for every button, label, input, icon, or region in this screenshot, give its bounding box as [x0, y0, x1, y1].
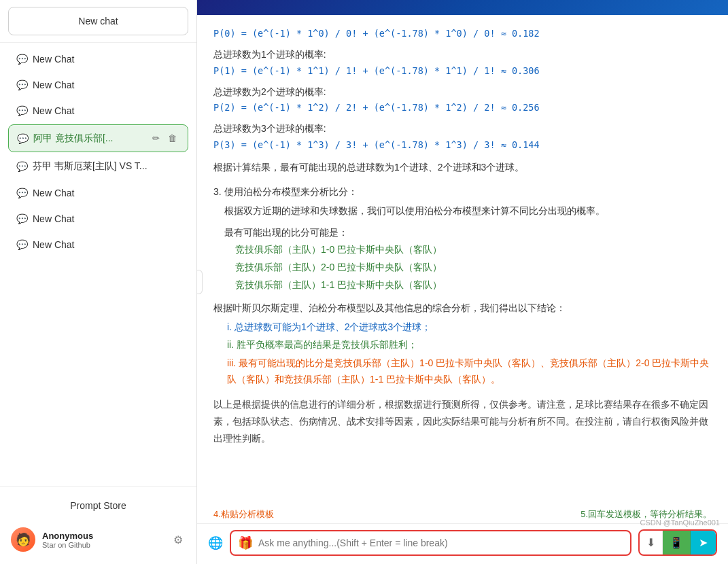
- item-actions-3: ✏🗑: [150, 132, 179, 145]
- bottom-area: 4.粘贴分析模板 5.回车发送模板，等待分析结果。 🌐 🎁 ⬇ 📱 ➤: [197, 506, 728, 564]
- sidebar-item-label-7: New Chat: [33, 239, 180, 250]
- prompt-store-button[interactable]: Prompt Store: [8, 493, 188, 518]
- score-2: 竞技俱乐部（主队）2-0 巴拉卡斯中央队（客队）: [235, 260, 712, 276]
- conclusion-intro: 根据叶斯贝尔斯定理、泊松分布模型以及其他信息的综合分析，我们得出以下结论：: [213, 300, 712, 317]
- chat-icon-3: 💬: [17, 133, 28, 144]
- section-1-label: 总进球数为1个进球的概率:: [213, 47, 712, 63]
- input-area: 🌐 🎁 ⬇ 📱 ➤: [197, 523, 728, 564]
- gift-icon[interactable]: 🎁: [238, 535, 253, 550]
- user-profile: 🧑 Anonymous Star on Github ⚙: [8, 522, 188, 557]
- right-buttons-group: ⬇ 📱 ➤: [638, 529, 717, 556]
- section-2-label: 总进球数为2个进球的概率:: [213, 84, 712, 101]
- score-1: 竞技俱乐部（主队）1-0 巴拉卡斯中央队（客队）: [235, 242, 712, 258]
- avatar: 🧑: [11, 527, 35, 552]
- sidebar-item-0[interactable]: 💬New Chat: [8, 47, 188, 71]
- step-label-4: 4.粘贴分析模板: [213, 508, 274, 521]
- sidebar-item-label-2: New Chat: [33, 105, 180, 116]
- chat-icon-1: 💬: [16, 80, 27, 90]
- summary-text: 根据计算结果，最有可能出现的总进球数为1个进球、2个进球和3个进球。: [213, 160, 712, 176]
- sidebar-item-label-5: New Chat: [33, 188, 180, 198]
- math-line-3: P(3) = (e^(-1) * 1^3) / 3! + (e^(-1.78) …: [213, 137, 712, 153]
- sidebar-item-7[interactable]: 💬New Chat: [8, 232, 188, 257]
- sidebar-item-3[interactable]: 💬阿甲 竟技俱乐部[...✏🗑: [8, 124, 188, 152]
- conclusion-iii: iii. 最有可能出现的比分是竞技俱乐部（主队）1-0 巴拉卡斯中央队（客队）、…: [227, 355, 712, 388]
- chat-icon-2: 💬: [16, 105, 27, 116]
- sidebar-item-4[interactable]: 💬芬甲 韦斯厄莱[主队] VS T...: [8, 154, 188, 179]
- sidebar-collapse-handle[interactable]: ‹: [197, 270, 203, 294]
- item-delete-button-3[interactable]: 🗑: [165, 132, 179, 145]
- section-3-heading: 3. 使用泊松分布模型来分析比分：: [213, 184, 712, 200]
- sidebar-bottom: Prompt Store 🧑 Anonymous Star on Github …: [0, 486, 196, 564]
- sidebar-list: 💬New Chat💬New Chat💬New Chat💬阿甲 竟技俱乐部[...…: [0, 43, 196, 486]
- chat-icon-7: 💬: [16, 239, 27, 250]
- sidebar-item-label-1: New Chat: [33, 80, 180, 90]
- math-line-2: P(2) = (e^(-1) * 1^2) / 2! + (e^(-1.78) …: [213, 100, 712, 116]
- sidebar-item-1[interactable]: 💬New Chat: [8, 73, 188, 97]
- user-sub: Star on Github: [42, 541, 164, 549]
- user-settings-button[interactable]: ⚙: [171, 531, 186, 549]
- conclusion-ii: ii. 胜平负概率最高的结果是竞技俱乐部胜利；: [227, 337, 712, 353]
- chat-messages-area: P(0) = (e^(-1) * 1^0) / 0! + (e^(-1.78) …: [197, 15, 728, 506]
- csdn-watermark: CSDN @TanQiuZhe001: [640, 518, 720, 527]
- header-banner: [197, 0, 728, 15]
- section-3-label: 总进球数为3个进球的概率:: [213, 121, 712, 137]
- new-chat-top-button[interactable]: New chat: [8, 7, 188, 35]
- user-name: Anonymous: [42, 531, 164, 541]
- whatsapp-button[interactable]: 📱: [663, 531, 691, 554]
- sidebar-item-label-4: 芬甲 韦斯厄莱[主队] VS T...: [33, 160, 180, 173]
- score-list: 竞技俱乐部（主队）1-0 巴拉卡斯中央队（客队） 竞技俱乐部（主队）2-0 巴拉…: [235, 242, 712, 293]
- sidebar-item-5[interactable]: 💬New Chat: [8, 181, 188, 205]
- chat-icon-5: 💬: [16, 188, 27, 198]
- user-info: Anonymous Star on Github: [42, 531, 164, 549]
- item-edit-button-3[interactable]: ✏: [150, 132, 162, 145]
- conclusion-list: i. 总进球数可能为1个进球、2个进球或3个进球； ii. 胜平负概率最高的结果…: [227, 319, 712, 388]
- chat-icon-0: 💬: [16, 54, 27, 65]
- likely-score-label: 最有可能出现的比分可能是：: [224, 225, 712, 241]
- sidebar-item-label-6: New Chat: [33, 213, 180, 224]
- chat-icon-6: 💬: [16, 213, 27, 224]
- math-line-0: P(0) = (e^(-1) * 1^0) / 0! + (e^(-1.78) …: [213, 26, 712, 41]
- chat-input[interactable]: [258, 537, 623, 548]
- sidebar: New chat 💬New Chat💬New Chat💬New Chat💬阿甲 …: [0, 0, 197, 564]
- score-3: 竞技俱乐部（主队）1-1 巴拉卡斯中央队（客队）: [235, 277, 712, 294]
- download-button[interactable]: ⬇: [640, 531, 663, 554]
- sidebar-top: New chat: [0, 0, 196, 43]
- sidebar-item-label-3: 阿甲 竟技俱乐部[...: [33, 133, 144, 145]
- globe-button[interactable]: 🌐: [208, 535, 223, 550]
- math-line-1: P(1) = (e^(-1) * 1^1) / 1! + (e^(-1.78) …: [213, 63, 712, 79]
- section-3-desc: 根据双方近期的进球和失球数据，我们可以使用泊松分布模型来计算不同比分出现的概率。: [224, 203, 712, 219]
- input-box-wrapper: 🎁: [230, 530, 631, 556]
- conclusion-i: i. 总进球数可能为1个进球、2个进球或3个进球；: [227, 319, 712, 336]
- sidebar-item-2[interactable]: 💬New Chat: [8, 99, 188, 123]
- sidebar-item-6[interactable]: 💬New Chat: [8, 207, 188, 231]
- sidebar-item-label-0: New Chat: [33, 54, 180, 65]
- main-content: ‹ P(0) = (e^(-1) * 1^0) / 0! + (e^(-1.78…: [197, 0, 728, 564]
- chat-icon-4: 💬: [16, 161, 27, 172]
- send-button[interactable]: ➤: [691, 531, 716, 554]
- disclaimer-text: 以上是根据提供的信息进行的详细分析，根据数据进行预测所得，仅供参考。请注意，足球…: [213, 396, 712, 448]
